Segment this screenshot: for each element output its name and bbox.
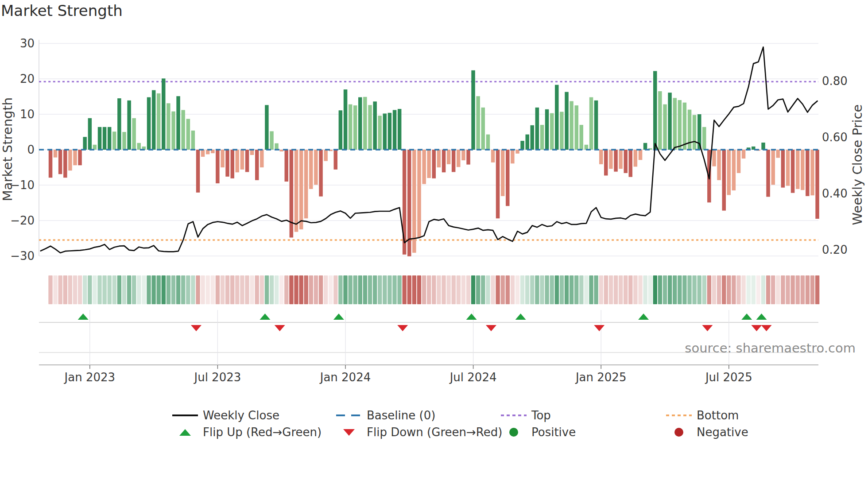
strength-bar <box>727 150 731 195</box>
strength-bar <box>526 135 530 150</box>
strength-bar <box>452 150 456 172</box>
left-tick-label: 30 <box>20 37 35 50</box>
source-attribution: source: sharemaestro.com <box>0 341 856 356</box>
strength-bar <box>147 97 151 150</box>
legend-item-flip-up: Flip Up (Red→Green) <box>172 424 336 441</box>
heatmap-cell <box>171 275 175 304</box>
flip-up-marker <box>741 314 752 320</box>
strength-bar <box>742 150 746 159</box>
legend-label: Negative <box>697 426 748 439</box>
heatmap-cell <box>324 275 328 304</box>
strength-bar <box>245 150 249 172</box>
heatmap-cell <box>338 275 342 304</box>
bottom-dotted-icon <box>666 414 692 416</box>
strength-bar <box>54 150 58 158</box>
heatmap-cell <box>299 275 303 304</box>
heatmap-cell <box>348 275 352 304</box>
strength-bar <box>294 150 298 232</box>
legend-item-positive: Positive <box>500 424 666 441</box>
strength-bar <box>398 109 402 150</box>
strength-bar <box>112 132 116 150</box>
strength-bar <box>501 150 505 196</box>
heatmap-cell <box>491 275 495 304</box>
strength-bar <box>437 150 441 167</box>
heatmap-cell <box>279 275 283 304</box>
strength-bar <box>702 127 706 150</box>
heatmap-cell <box>358 275 362 304</box>
heatmap-cell <box>461 275 465 304</box>
heatmap-cell <box>717 275 721 304</box>
top-dotted-icon <box>500 414 527 416</box>
strength-bar <box>422 150 426 184</box>
strength-bar <box>196 150 200 193</box>
heatmap-cell <box>628 275 632 304</box>
strength-bar <box>766 150 770 197</box>
heatmap-cell <box>289 275 293 304</box>
strength-bar <box>344 89 348 150</box>
heatmap-cell <box>127 275 131 304</box>
strength-bar <box>496 150 500 218</box>
legend-label: Weekly Close <box>203 409 279 422</box>
left-tick-label: −20 <box>10 214 35 227</box>
flip-down-marker <box>191 325 202 331</box>
heatmap-cell <box>63 275 67 304</box>
heatmap-cell <box>560 275 564 304</box>
heatmap-cell <box>206 275 210 304</box>
strength-bar <box>132 118 136 150</box>
strength-bar <box>186 119 190 150</box>
strength-bar <box>339 110 343 150</box>
left-tick-label: 0 <box>27 143 35 156</box>
strength-bar <box>712 150 716 167</box>
strength-bar <box>634 150 638 167</box>
flip-down-marker <box>751 325 762 331</box>
strength-bar <box>265 105 269 150</box>
strength-bar <box>334 150 338 170</box>
heatmap-cell <box>392 275 396 304</box>
flip-up-marker <box>333 314 344 320</box>
strength-bar <box>520 141 524 150</box>
heatmap-cell <box>353 275 357 304</box>
heatmap-cell <box>540 275 544 304</box>
chart-legend: Weekly Close Baseline (0) Top Bottom Fli… <box>172 407 825 441</box>
strength-bar <box>152 90 156 150</box>
heatmap-cell <box>378 275 382 304</box>
heatmap-cell <box>550 275 554 304</box>
heatmap-cell <box>407 275 411 304</box>
strength-bar <box>290 150 294 237</box>
heatmap-cell <box>412 275 416 304</box>
strength-bar <box>442 150 446 172</box>
heatmap-cell <box>93 275 97 304</box>
flip-down-marker <box>594 325 604 331</box>
strength-bar <box>540 125 544 150</box>
strength-bar <box>668 93 672 150</box>
strength-bar <box>761 143 765 150</box>
heatmap-cell <box>702 275 706 304</box>
strength-bar <box>575 105 579 150</box>
strength-bar <box>63 150 67 178</box>
strength-bar <box>786 150 790 186</box>
strength-bar <box>624 150 628 173</box>
strength-bar <box>358 97 362 150</box>
heatmap-cell <box>761 275 765 304</box>
heatmap-cell <box>722 275 726 304</box>
strength-bar <box>127 101 131 150</box>
heatmap-cell <box>132 275 136 304</box>
strength-bar <box>511 150 515 163</box>
strength-bar <box>776 150 780 158</box>
strength-bar <box>810 150 814 195</box>
heatmap-cell <box>741 275 745 304</box>
heatmap-cell <box>732 275 736 304</box>
legend-item-negative: Negative <box>666 424 825 441</box>
heatmap-cell <box>383 275 387 304</box>
flip-down-marker <box>275 325 285 331</box>
heatmap-cell <box>486 275 490 304</box>
strength-bar <box>373 101 377 150</box>
heatmap-cell <box>216 275 220 304</box>
heatmap-cell <box>58 275 62 304</box>
heatmap-cell <box>48 275 52 304</box>
strength-bar <box>250 150 254 155</box>
strength-bar <box>73 150 77 165</box>
heatmap-cell <box>535 275 539 304</box>
legend-label: Positive <box>531 426 576 439</box>
strength-bar <box>216 150 220 183</box>
